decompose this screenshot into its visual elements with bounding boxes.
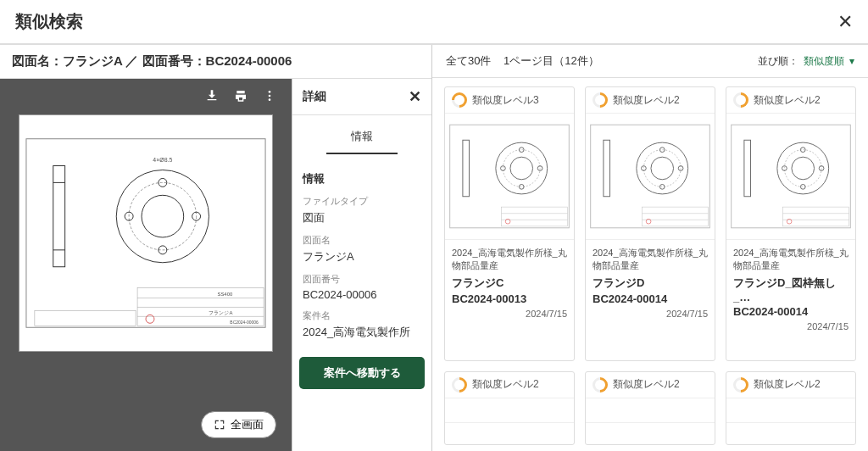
svg-point-7 bbox=[116, 170, 209, 263]
svg-point-39 bbox=[637, 142, 688, 194]
svg-point-27 bbox=[510, 157, 533, 180]
svg-point-52 bbox=[777, 142, 829, 194]
level-text: 類似度レベル3 bbox=[472, 93, 539, 108]
move-to-project-button[interactable]: 案件へ移動する bbox=[299, 357, 425, 389]
svg-point-8 bbox=[142, 195, 184, 237]
close-icon[interactable]: ✕ bbox=[837, 11, 853, 33]
card-thumbnail bbox=[726, 398, 855, 423]
svg-text:4×Ø8.5: 4×Ø8.5 bbox=[153, 157, 172, 163]
tab-info[interactable]: 情報 bbox=[326, 120, 398, 154]
detail-close-icon[interactable]: ✕ bbox=[409, 87, 421, 106]
level-ring-icon bbox=[730, 374, 751, 395]
svg-point-0 bbox=[269, 91, 271, 93]
svg-rect-4 bbox=[53, 166, 65, 267]
card-thumbnail bbox=[445, 398, 574, 423]
svg-rect-33 bbox=[502, 207, 568, 226]
level-ring-icon bbox=[589, 374, 610, 395]
svg-rect-22 bbox=[35, 310, 136, 326]
svg-point-53 bbox=[792, 157, 815, 180]
card-name: フランジC bbox=[452, 276, 567, 291]
svg-rect-25 bbox=[463, 140, 470, 197]
level-text: 類似度レベル2 bbox=[472, 377, 539, 392]
level-text: 類似度レベル2 bbox=[754, 93, 821, 108]
svg-point-2 bbox=[269, 98, 271, 101]
detail-field-label: ファイルタイプ bbox=[303, 195, 421, 208]
svg-rect-46 bbox=[643, 207, 709, 226]
card-number: BC2024-00013 bbox=[452, 292, 567, 305]
svg-point-28 bbox=[503, 150, 540, 187]
svg-text:SS400: SS400 bbox=[217, 292, 233, 297]
card-number: BC2024-00014 bbox=[733, 305, 849, 318]
similarity-badge: 類似度レベル2 bbox=[586, 372, 715, 398]
sort-value: 類似度順 bbox=[804, 54, 844, 69]
svg-text:BC2024-00006: BC2024-00006 bbox=[230, 320, 259, 325]
drawing-preview[interactable]: 4×Ø8.5 SS400 フランジA BC2024-00006 bbox=[19, 114, 273, 352]
result-card[interactable]: 類似度レベル2 bbox=[726, 371, 856, 446]
svg-text:フランジA: フランジA bbox=[209, 310, 232, 315]
svg-point-54 bbox=[784, 150, 821, 187]
fullscreen-button[interactable]: 全画面 bbox=[201, 411, 276, 438]
sort-dropdown[interactable]: 並び順： 類似度順 ▾ bbox=[758, 54, 854, 69]
card-thumbnail bbox=[586, 113, 715, 240]
detail-section: 情報 bbox=[303, 171, 421, 187]
result-card[interactable]: 類似度レベル32024_高海電気製作所様_丸物部品量産フランジCBC2024-0… bbox=[444, 86, 575, 361]
level-ring-icon bbox=[589, 89, 610, 110]
svg-point-9 bbox=[129, 182, 196, 249]
card-date: 2024/7/15 bbox=[593, 309, 708, 319]
similarity-badge: 類似度レベル2 bbox=[445, 372, 574, 398]
detail-field-label: 案件名 bbox=[303, 309, 421, 322]
card-date: 2024/7/15 bbox=[733, 321, 849, 331]
svg-point-41 bbox=[643, 150, 681, 187]
detail-field-label: 図面番号 bbox=[303, 273, 421, 286]
fullscreen-label: 全画面 bbox=[231, 417, 264, 432]
card-project: 2024_高海電気製作所様_丸物部品量産 bbox=[593, 247, 708, 272]
svg-point-26 bbox=[496, 142, 548, 194]
result-page: 1ページ目（12件） bbox=[504, 54, 599, 67]
level-ring-icon bbox=[448, 374, 470, 395]
card-project: 2024_高海電気製作所様_丸物部品量産 bbox=[452, 247, 567, 272]
similarity-badge: 類似度レベル2 bbox=[726, 87, 855, 113]
more-icon[interactable] bbox=[263, 89, 276, 106]
detail-field-value: 図面 bbox=[303, 210, 421, 226]
chevron-down-icon: ▾ bbox=[849, 55, 854, 67]
card-name: フランジD bbox=[593, 276, 708, 291]
card-thumbnail bbox=[445, 113, 574, 240]
print-icon[interactable] bbox=[234, 89, 248, 106]
svg-point-40 bbox=[651, 157, 674, 180]
similarity-badge: 類似度レベル2 bbox=[586, 87, 715, 113]
similarity-badge: 類似度レベル2 bbox=[726, 372, 855, 398]
card-thumbnail bbox=[726, 113, 855, 240]
result-card[interactable]: 類似度レベル2 bbox=[585, 371, 715, 446]
level-text: 類似度レベル2 bbox=[613, 377, 680, 392]
card-project: 2024_高海電気製作所様_丸物部品量産 bbox=[733, 247, 849, 272]
detail-title: 詳細 bbox=[303, 89, 326, 104]
fullscreen-icon bbox=[214, 419, 225, 431]
detail-field-label: 図面名 bbox=[303, 234, 421, 247]
card-number: BC2024-00014 bbox=[593, 292, 708, 305]
svg-point-23 bbox=[146, 315, 154, 323]
svg-rect-3 bbox=[26, 139, 265, 328]
sort-label: 並び順： bbox=[758, 54, 798, 69]
similarity-badge: 類似度レベル3 bbox=[445, 87, 574, 113]
card-date: 2024/7/15 bbox=[452, 309, 567, 319]
detail-field-value: BC2024-00006 bbox=[303, 288, 421, 301]
svg-rect-51 bbox=[744, 140, 751, 197]
svg-point-1 bbox=[269, 95, 271, 97]
result-card[interactable]: 類似度レベル22024_高海電気製作所様_丸物部品量産フランジD_図枠無し_…B… bbox=[726, 86, 856, 361]
svg-rect-38 bbox=[604, 140, 610, 197]
card-name: フランジD_図枠無し_… bbox=[733, 276, 849, 303]
level-text: 類似度レベル2 bbox=[613, 93, 680, 108]
drawing-header: 図面名：フランジA ／ 図面番号：BC2024-00006 bbox=[0, 45, 431, 79]
svg-rect-59 bbox=[783, 207, 849, 226]
detail-field-value: 2024_高海電気製作所 bbox=[303, 325, 421, 340]
result-card[interactable]: 類似度レベル2 bbox=[444, 371, 575, 446]
level-ring-icon bbox=[730, 89, 751, 110]
level-ring-icon bbox=[448, 89, 470, 110]
download-icon[interactable] bbox=[205, 89, 219, 106]
card-thumbnail bbox=[586, 398, 715, 423]
level-text: 類似度レベル2 bbox=[754, 377, 821, 392]
modal-title: 類似検索 bbox=[15, 10, 83, 33]
detail-field-value: フランジA bbox=[303, 249, 421, 264]
result-card[interactable]: 類似度レベル22024_高海電気製作所様_丸物部品量産フランジDBC2024-0… bbox=[585, 86, 715, 361]
result-total: 全て30件 bbox=[446, 54, 491, 67]
